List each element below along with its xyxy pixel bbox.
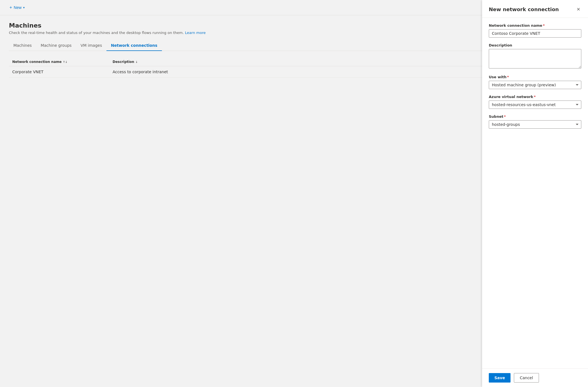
use-with-label: Use with* bbox=[489, 75, 581, 79]
use-with-field-group: Use with* Hosted machine group (preview) bbox=[489, 75, 581, 89]
description-label: Description bbox=[489, 43, 581, 47]
close-panel-button[interactable]: ✕ bbox=[575, 6, 581, 13]
description-field-group: Description bbox=[489, 43, 581, 69]
network-connection-name-input[interactable] bbox=[489, 29, 581, 38]
panel-header: New network connection ✕ bbox=[482, 0, 588, 18]
panel-title: New network connection bbox=[489, 6, 559, 12]
new-network-connection-panel: New network connection ✕ Network connect… bbox=[482, 0, 588, 387]
panel-overlay[interactable] bbox=[0, 0, 482, 387]
required-star-vnet: * bbox=[534, 95, 536, 99]
cancel-button[interactable]: Cancel bbox=[514, 373, 539, 383]
azure-vnet-label: Azure virtual network* bbox=[489, 95, 581, 99]
close-icon: ✕ bbox=[577, 7, 580, 12]
azure-vnet-select-wrapper: hosted-resources-us-eastus-vnet bbox=[489, 101, 581, 109]
name-label: Network connection name* bbox=[489, 23, 581, 28]
subnet-select-wrapper: hosted-groups bbox=[489, 120, 581, 129]
panel-footer: Save Cancel bbox=[482, 368, 588, 387]
description-textarea[interactable] bbox=[489, 49, 581, 68]
subnet-label: Subnet* bbox=[489, 114, 581, 119]
name-field-group: Network connection name* bbox=[489, 23, 581, 38]
panel-body: Network connection name* Description Use… bbox=[482, 18, 588, 368]
save-button[interactable]: Save bbox=[489, 373, 511, 383]
subnet-field-group: Subnet* hosted-groups bbox=[489, 114, 581, 129]
azure-vnet-select[interactable]: hosted-resources-us-eastus-vnet bbox=[489, 101, 581, 109]
azure-vnet-field-group: Azure virtual network* hosted-resources-… bbox=[489, 95, 581, 109]
subnet-select[interactable]: hosted-groups bbox=[489, 120, 581, 129]
required-star-use-with: * bbox=[507, 75, 509, 79]
use-with-select-wrapper: Hosted machine group (preview) bbox=[489, 81, 581, 89]
required-star-subnet: * bbox=[504, 114, 506, 119]
use-with-select[interactable]: Hosted machine group (preview) bbox=[489, 81, 581, 89]
required-star: * bbox=[543, 23, 545, 28]
